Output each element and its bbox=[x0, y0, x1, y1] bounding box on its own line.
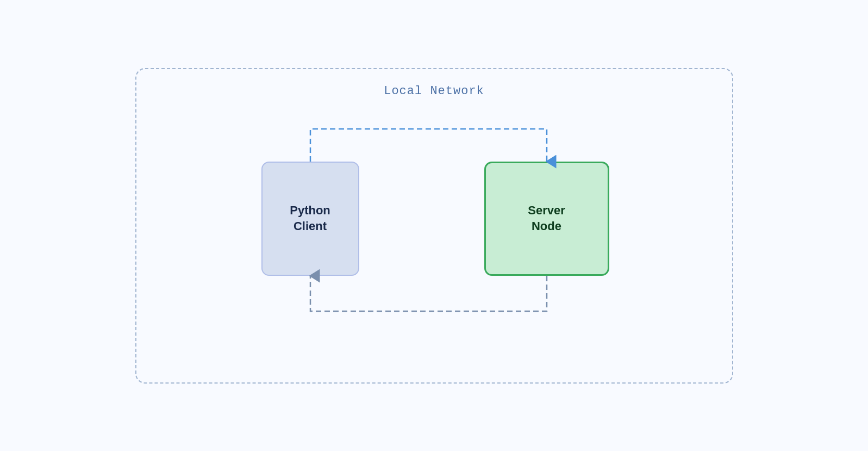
top-arrow-path bbox=[310, 129, 547, 162]
nodes-area: PythonClient ServerNode bbox=[136, 69, 732, 382]
local-network-box: Local Network PythonClient ServerNode bbox=[135, 68, 733, 384]
diagram-container: Local Network PythonClient ServerNode bbox=[108, 52, 760, 400]
arrows-svg bbox=[136, 69, 732, 382]
bottom-arrow-path bbox=[310, 276, 547, 311]
